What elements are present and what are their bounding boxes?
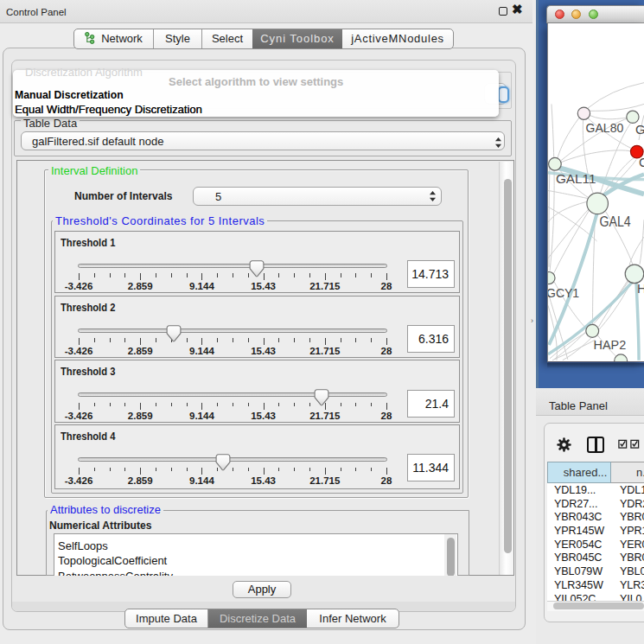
svg-text:GAL4: GAL4 [599,214,630,229]
svg-text:GAL11: GAL11 [556,172,596,186]
svg-text:GAL80: GAL80 [586,121,624,135]
svg-text:C: C [639,156,644,169]
svg-text:GA: GA [635,123,644,137]
svg-text:H: H [637,282,644,296]
svg-text:HAP2: HAP2 [594,338,627,352]
svg-text:GCY1: GCY1 [547,286,579,300]
